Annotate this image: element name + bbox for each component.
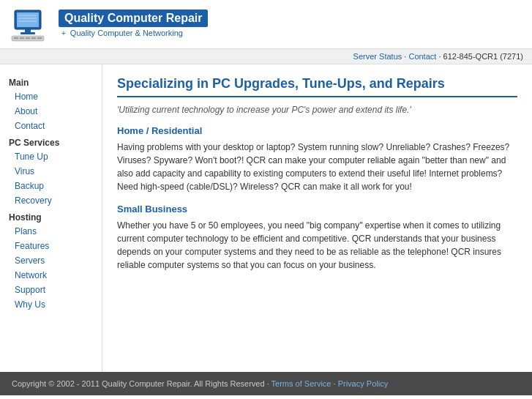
logo-area: Quality Computer Repair + Quality Comput…	[9, 6, 208, 42]
footer-sep: ·	[331, 379, 338, 388]
section-small-business: Small Business Whether you have 5 or 50 …	[117, 204, 517, 272]
sidebar-item-backup[interactable]: Backup	[0, 179, 102, 193]
logo-plus: +	[59, 29, 66, 37]
logo-title: Quality Computer Repair	[59, 10, 208, 27]
sidebar-item-support[interactable]: Support	[0, 283, 102, 297]
layout: Main Home About Contact PC Services Tune…	[0, 64, 532, 372]
footer: Copyright © 2002 - 2011 Quality Computer…	[0, 372, 532, 395]
sidebar: Main Home About Contact PC Services Tune…	[0, 64, 102, 372]
section-residential-title: Home / Residential	[117, 125, 517, 136]
svg-rect-10	[26, 37, 30, 39]
sidebar-item-recovery[interactable]: Recovery	[0, 193, 102, 208]
main-content: Specializing in PC Upgrades, Tune-Ups, a…	[102, 64, 532, 372]
privacy-policy-link[interactable]: Privacy Policy	[338, 379, 388, 388]
sidebar-section-main: Main	[0, 73, 102, 89]
computer-icon	[9, 6, 53, 42]
sidebar-item-tune-up[interactable]: Tune Up	[0, 149, 102, 164]
svg-rect-1	[17, 12, 39, 27]
sidebar-item-servers[interactable]: Servers	[0, 253, 102, 268]
svg-rect-11	[31, 37, 36, 39]
section-small-business-body: Whether you have 5 or 50 employees, you …	[117, 219, 517, 272]
svg-rect-5	[25, 29, 31, 32]
sidebar-section-hosting: Hosting	[0, 208, 102, 224]
server-status-link[interactable]: Server Status	[353, 52, 402, 61]
svg-rect-9	[20, 37, 24, 39]
footer-copyright: Copyright © 2002 - 2011 Quality Computer…	[12, 379, 271, 388]
topbar: Server Status · Contact · 612-845-QCR1 (…	[0, 49, 532, 64]
svg-rect-6	[20, 32, 35, 34]
contact-link[interactable]: Contact	[408, 52, 436, 61]
sidebar-item-features[interactable]: Features	[0, 239, 102, 253]
tagline: 'Utilizing current technology to increas…	[117, 105, 517, 115]
logo-text-area: Quality Computer Repair + Quality Comput…	[59, 10, 208, 39]
section-residential-body: Having problems with your desktop or lap…	[117, 141, 517, 193]
sidebar-item-virus[interactable]: Virus	[0, 164, 102, 179]
sidebar-item-why-us[interactable]: Why Us	[0, 297, 102, 312]
logo-subtitle: Quality Computer & Networking	[67, 27, 186, 39]
svg-rect-8	[14, 37, 18, 39]
sidebar-section-pc-services: PC Services	[0, 133, 102, 149]
sidebar-item-network[interactable]: Network	[0, 268, 102, 283]
section-small-business-title: Small Business	[117, 204, 517, 215]
terms-of-service-link[interactable]: Terms of Service	[271, 379, 331, 388]
sidebar-item-contact[interactable]: Contact	[0, 119, 102, 133]
sidebar-item-home[interactable]: Home	[0, 89, 102, 104]
sidebar-item-about[interactable]: About	[0, 104, 102, 119]
section-residential: Home / Residential Having problems with …	[117, 125, 517, 193]
page-title: Specializing in PC Upgrades, Tune-Ups, a…	[117, 76, 517, 97]
sidebar-item-plans[interactable]: Plans	[0, 224, 102, 239]
svg-rect-12	[37, 37, 42, 39]
header: Quality Computer Repair + Quality Comput…	[0, 0, 532, 49]
phone-number: 612-845-QCR1 (7271)	[443, 52, 523, 61]
